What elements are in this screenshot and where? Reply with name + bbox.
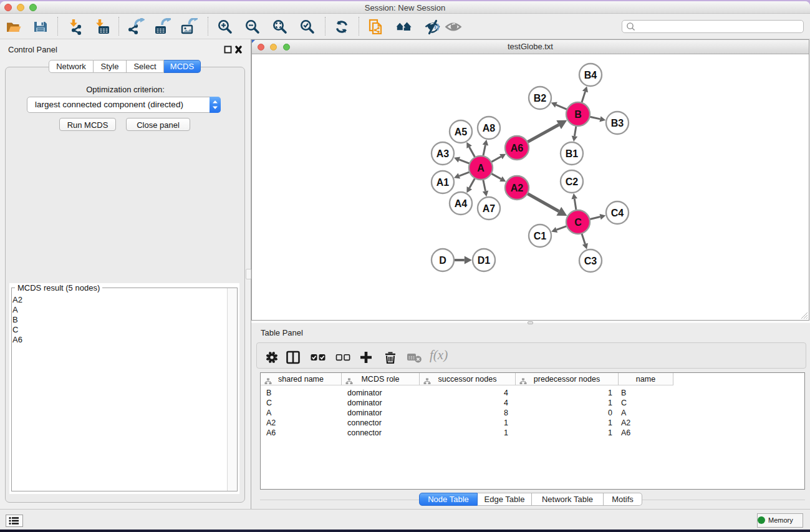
svg-text:B1: B1 (566, 148, 579, 159)
svg-text:A5: A5 (455, 127, 468, 137)
svg-text:A8: A8 (483, 123, 496, 133)
svg-text:C1: C1 (534, 231, 547, 241)
svg-text:A7: A7 (483, 203, 496, 214)
svg-text:D1: D1 (478, 255, 491, 266)
svg-text:A3: A3 (436, 148, 450, 159)
svg-text:C2: C2 (566, 177, 579, 187)
svg-text:A: A (477, 163, 485, 173)
svg-text:D: D (439, 255, 446, 266)
svg-text:B3: B3 (611, 118, 624, 128)
svg-text:A1: A1 (436, 177, 450, 188)
svg-text:B: B (574, 109, 582, 120)
svg-text:B4: B4 (584, 70, 597, 80)
svg-text:C4: C4 (611, 208, 624, 218)
svg-text:A4: A4 (455, 198, 468, 209)
svg-text:A6: A6 (511, 143, 524, 153)
svg-text:A2: A2 (511, 183, 524, 193)
svg-text:B2: B2 (534, 93, 547, 104)
svg-text:C: C (574, 217, 582, 228)
svg-text:C3: C3 (584, 256, 597, 266)
